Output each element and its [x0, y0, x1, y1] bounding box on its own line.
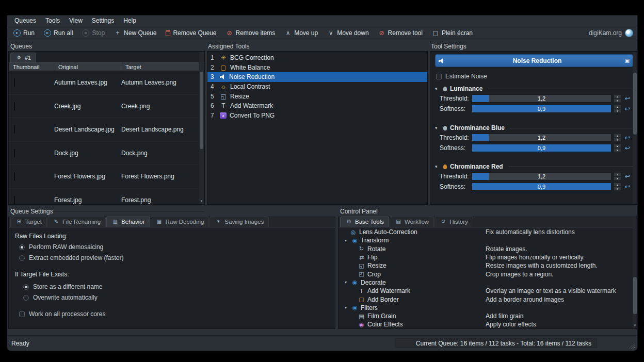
tool-item-flip[interactable]: ⇄ Flip Flip images horizontally or verti… [340, 253, 632, 261]
tab-target[interactable]: ⊞ Target [10, 217, 47, 227]
menu-tools[interactable]: Tools [41, 16, 64, 25]
reset-icon[interactable]: ↩ [625, 183, 630, 190]
remove-tool-button[interactable]: ⊘ Remove tool [376, 28, 425, 38]
tool-item-crop[interactable]: ◰ Crop Crop images to a region. [340, 270, 632, 278]
radio-overwrite-automatically[interactable]: Overwrite automatically [23, 294, 335, 301]
table-row[interactable]: Autumn Leaves.jpg Autumn Leaves.png [9, 71, 204, 95]
tab-file-renaming[interactable]: ✎ File Renaming [47, 217, 106, 227]
estimate-noise-row[interactable]: Estimate Noise [436, 73, 638, 80]
radio-button[interactable] [23, 295, 29, 301]
scrollbar-handle[interactable] [633, 277, 637, 314]
radio-button[interactable] [19, 244, 25, 250]
estimate-noise-checkbox[interactable] [436, 74, 442, 79]
banner-menu-icon[interactable]: ▣ [625, 58, 630, 63]
run-button[interactable]: ▸ Run [11, 28, 37, 38]
assigned-tool-row-selected[interactable]: 3 Noise Reduction [207, 72, 427, 82]
remove-items-button[interactable]: ⊘ Remove items [223, 28, 277, 38]
tool-item-color-effects[interactable]: ◉ Color Effects Apply color effects [340, 320, 632, 328]
threshold-spinner[interactable]: ▴ ▾ [614, 172, 621, 180]
assigned-tool-row[interactable]: 4 ☼ Local Contrast [207, 82, 427, 92]
assigned-tool-row[interactable]: 7 ▲ Convert To PNG [207, 111, 427, 121]
table-row[interactable]: Creek.jpg Creek.png [9, 95, 204, 119]
column-target[interactable]: Target [121, 63, 204, 71]
assigned-tool-row[interactable]: 2 ▢ White Balance [207, 63, 427, 73]
threshold-slider[interactable]: 1,2 [472, 94, 611, 103]
softness-spinner[interactable]: ▴ ▾ [614, 144, 621, 152]
resize-grip[interactable] [629, 342, 635, 349]
collapse-icon[interactable]: ▾ [435, 86, 440, 91]
menu-view[interactable]: View [65, 16, 87, 25]
spin-down-icon[interactable]: ▾ [614, 187, 621, 191]
spin-up-icon[interactable]: ▴ [614, 183, 621, 187]
group-decorate[interactable]: ▾ ◉ Decorate [340, 278, 632, 287]
spin-down-icon[interactable]: ▾ [614, 98, 621, 103]
softness-slider[interactable]: 0,9 [472, 144, 611, 152]
spin-down-icon[interactable]: ▾ [614, 176, 621, 180]
column-thumbnail[interactable]: Thumbnail [9, 63, 54, 71]
spin-up-icon[interactable]: ▴ [614, 144, 621, 148]
run-all-button[interactable]: ▸ Run all [42, 28, 75, 38]
threshold-spinner[interactable]: ▴ ▾ [614, 134, 621, 142]
radio-extract-embedded-preview[interactable]: Extract embedded preview (faster) [19, 254, 335, 261]
reset-icon[interactable]: ↩ [625, 173, 630, 180]
scroll-down-icon[interactable]: ▼ [199, 199, 204, 204]
radio-button[interactable] [23, 284, 29, 290]
threshold-slider[interactable]: 1,2 [472, 172, 611, 180]
move-down-button[interactable]: ∨ Move down [325, 28, 371, 38]
queues-scrollbar[interactable]: ▼ [199, 52, 204, 204]
softness-slider[interactable]: 0,9 [472, 183, 611, 191]
tab-history[interactable]: ↺ History [434, 217, 473, 227]
tool-settings-scrollbar[interactable] [633, 52, 637, 204]
scrollbar-handle[interactable] [200, 72, 203, 149]
control-panel-scrollbar[interactable]: ▼ [633, 218, 637, 328]
tool-item-film-grain[interactable]: ▤ Film Grain Add film grain [340, 312, 632, 320]
threshold-spinner[interactable]: ▴ ▾ [614, 94, 621, 103]
spin-down-icon[interactable]: ▾ [614, 109, 621, 113]
section-chrominance-red[interactable]: ▾ Chrominance Red [435, 163, 633, 170]
tool-item-rotate[interactable]: ↻ Rotate Rotate images. [340, 245, 632, 253]
spin-up-icon[interactable]: ▴ [614, 172, 621, 176]
section-chrominance-blue[interactable]: ▾ Chrominance Blue [435, 124, 633, 131]
menu-settings[interactable]: Settings [88, 16, 118, 25]
tab-saving-images[interactable]: ▼ Saving Images [210, 217, 269, 227]
tool-item-resize[interactable]: ◱ Resize Resize images with a customized… [340, 261, 632, 270]
tab-workflow[interactable]: ▤ Workflow [390, 217, 434, 227]
radio-button[interactable] [19, 255, 25, 261]
expand-arrow-icon[interactable]: ▾ [343, 280, 349, 285]
assigned-tool-row[interactable]: 5 ◱ Resize [207, 91, 427, 101]
collapse-icon[interactable]: ▾ [435, 164, 440, 169]
spin-down-icon[interactable]: ▾ [614, 138, 621, 142]
section-luminance[interactable]: ▾ Luminance [435, 85, 633, 92]
table-row[interactable]: Desert Landscape.jpg Desert Landscape.pn… [9, 118, 204, 142]
softness-spinner[interactable]: ▴ ▾ [614, 183, 621, 191]
tab-behavior[interactable]: ▥ Behavior [106, 217, 150, 227]
queue-tab-1[interactable]: ⚙ #1 [10, 53, 36, 62]
tool-item-lens-auto-correction[interactable]: ◎ Lens Auto-Correction Fix automatically… [340, 228, 632, 236]
menu-queues[interactable]: Queues [10, 16, 40, 25]
group-filters[interactable]: ▾ ◉ Filters [340, 304, 632, 312]
tab-raw-decoding[interactable]: ▦ Raw Decoding [151, 217, 210, 227]
column-original[interactable]: Original [54, 63, 121, 71]
remove-queue-button[interactable]: Remove Queue [164, 28, 218, 38]
move-up-button[interactable]: ∧ Move up [282, 28, 320, 38]
spin-up-icon[interactable]: ▴ [614, 105, 621, 109]
softness-slider[interactable]: 0,9 [472, 105, 611, 113]
expand-arrow-icon[interactable]: ▾ [343, 238, 349, 243]
tool-item-add-watermark[interactable]: T Add Watermark Overlay an image or text… [340, 287, 632, 295]
reset-icon[interactable]: ↩ [625, 134, 630, 141]
spin-down-icon[interactable]: ▾ [614, 148, 621, 152]
checkbox-all-processor-cores[interactable]: Work on all processor cores [19, 310, 335, 318]
tool-item-add-border[interactable]: ▢ Add Border Add a border around images [340, 295, 632, 303]
reset-icon[interactable]: ↩ [625, 95, 630, 102]
new-queue-button[interactable]: + New Queue [112, 28, 158, 38]
table-row[interactable]: Dock.jpg Dock.png [9, 142, 204, 166]
tab-base-tools[interactable]: ⊙ Base Tools [340, 217, 389, 227]
expand-arrow-icon[interactable]: ▾ [343, 305, 349, 310]
scrollbar-handle[interactable] [633, 73, 637, 135]
softness-spinner[interactable]: ▴ ▾ [614, 105, 621, 113]
threshold-slider[interactable]: 1,2 [472, 134, 611, 142]
radio-store-different-name[interactable]: Store as a different name [23, 283, 335, 290]
table-row[interactable]: Forest Flowers.jpg Forest Flowers.png [9, 165, 204, 189]
spin-up-icon[interactable]: ▴ [614, 94, 621, 98]
assigned-tool-row[interactable]: 1 ☀ BCG Correction [207, 53, 427, 63]
